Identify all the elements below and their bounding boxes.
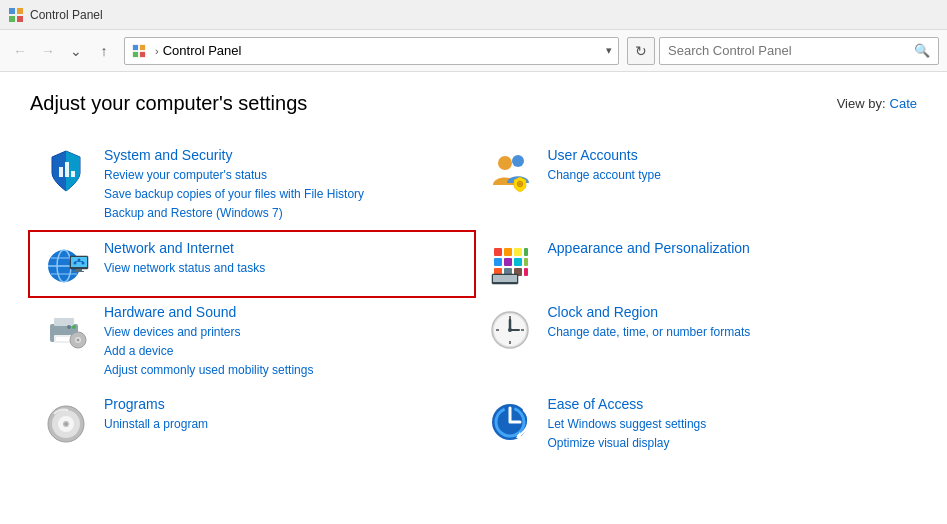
ease-of-access-icon xyxy=(486,396,534,444)
appearance-icon xyxy=(486,240,534,288)
search-input[interactable] xyxy=(668,43,914,58)
ease-of-access-title[interactable]: Ease of Access xyxy=(548,396,906,412)
user-accounts-link-1[interactable]: Change account type xyxy=(548,166,906,185)
svg-point-11 xyxy=(498,156,512,170)
svg-rect-33 xyxy=(494,258,502,266)
svg-rect-5 xyxy=(140,44,145,49)
view-by-value[interactable]: Cate xyxy=(890,96,917,111)
svg-rect-31 xyxy=(514,248,522,256)
svg-rect-44 xyxy=(54,318,74,326)
category-system-security: System and Security Review your computer… xyxy=(30,139,474,232)
system-security-content: System and Security Review your computer… xyxy=(104,147,462,224)
clock-region-title[interactable]: Clock and Region xyxy=(548,304,906,320)
ease-of-access-content: Ease of Access Let Windows suggest setti… xyxy=(548,396,906,453)
svg-rect-7 xyxy=(140,51,145,56)
system-security-link-3[interactable]: Backup and Restore (Windows 7) xyxy=(104,204,462,223)
svg-point-51 xyxy=(77,338,80,341)
svg-rect-10 xyxy=(71,171,75,177)
svg-point-24 xyxy=(74,261,77,264)
svg-point-23 xyxy=(78,258,81,261)
category-appearance: Appearance and Personalization xyxy=(474,232,918,296)
svg-point-65 xyxy=(65,423,68,426)
svg-point-25 xyxy=(82,261,85,264)
address-icon xyxy=(131,43,147,59)
refresh-button[interactable]: ↻ xyxy=(627,37,655,65)
hardware-sound-title[interactable]: Hardware and Sound xyxy=(104,304,462,320)
svg-text:⊛: ⊛ xyxy=(516,179,524,189)
search-bar[interactable]: 🔍 xyxy=(659,37,939,65)
programs-link-1[interactable]: Uninstall a program xyxy=(104,415,462,434)
svg-rect-9 xyxy=(65,162,69,177)
category-network-internet: Network and Internet View network status… xyxy=(28,230,476,298)
search-icon: 🔍 xyxy=(914,43,930,58)
user-accounts-title[interactable]: User Accounts xyxy=(548,147,906,163)
network-internet-link-1[interactable]: View network status and tasks xyxy=(104,259,462,278)
ease-of-access-link-1[interactable]: Let Windows suggest settings xyxy=(548,415,906,434)
forward-button[interactable]: → xyxy=(36,39,60,63)
hardware-sound-icon xyxy=(42,304,90,352)
address-dropdown-arrow[interactable]: ▾ xyxy=(606,44,612,57)
address-path: Control Panel xyxy=(163,43,606,58)
clock-region-link-1[interactable]: Change date, time, or number formats xyxy=(548,323,906,342)
category-ease-of-access: Ease of Access Let Windows suggest setti… xyxy=(474,388,918,461)
svg-rect-0 xyxy=(9,8,15,14)
categories-grid: System and Security Review your computer… xyxy=(30,139,917,462)
back-button[interactable]: ← xyxy=(8,39,32,63)
svg-rect-35 xyxy=(514,258,522,266)
svg-rect-3 xyxy=(17,16,23,22)
category-programs: Programs Uninstall a program xyxy=(30,388,474,461)
svg-rect-6 xyxy=(133,51,138,56)
dropdown-button[interactable]: ⌄ xyxy=(64,39,88,63)
title-bar-title: Control Panel xyxy=(30,8,103,22)
svg-rect-8 xyxy=(59,167,63,177)
svg-rect-2 xyxy=(9,16,15,22)
svg-rect-22 xyxy=(74,271,84,272)
network-internet-title[interactable]: Network and Internet xyxy=(104,240,462,256)
svg-point-48 xyxy=(67,325,71,329)
user-accounts-content: User Accounts Change account type xyxy=(548,147,906,185)
svg-rect-34 xyxy=(504,258,512,266)
svg-rect-1 xyxy=(17,8,23,14)
hardware-sound-link-2[interactable]: Add a device xyxy=(104,342,462,361)
svg-rect-40 xyxy=(524,268,528,276)
main-content: Adjust your computer's settings View by:… xyxy=(0,72,947,524)
view-by-label: View by: xyxy=(837,96,886,111)
user-accounts-icon: ⊛ xyxy=(486,147,534,195)
category-user-accounts: ⊛ User Accounts Change account type xyxy=(474,139,918,232)
hardware-sound-link-3[interactable]: Adjust commonly used mobility settings xyxy=(104,361,462,380)
svg-point-60 xyxy=(508,328,512,332)
svg-rect-21 xyxy=(76,269,82,271)
appearance-title[interactable]: Appearance and Personalization xyxy=(548,240,906,256)
address-chevron: › xyxy=(155,45,159,57)
nav-bar: ← → ⌄ ↑ › Control Panel ▾ ↻ 🔍 xyxy=(0,30,947,72)
svg-rect-42 xyxy=(493,275,517,282)
ease-of-access-link-2[interactable]: Optimize visual display xyxy=(548,434,906,453)
address-bar[interactable]: › Control Panel ▾ xyxy=(124,37,619,65)
title-bar-icon xyxy=(8,7,24,23)
page-title: Adjust your computer's settings xyxy=(30,92,307,115)
svg-rect-36 xyxy=(524,258,528,266)
hardware-sound-link-1[interactable]: View devices and printers xyxy=(104,323,462,342)
clock-region-content: Clock and Region Change date, time, or n… xyxy=(548,304,906,342)
view-by: View by: Cate xyxy=(837,96,917,111)
appearance-content: Appearance and Personalization xyxy=(548,240,906,259)
system-security-link-2[interactable]: Save backup copies of your files with Fi… xyxy=(104,185,462,204)
hardware-sound-content: Hardware and Sound View devices and prin… xyxy=(104,304,462,381)
network-internet-content: Network and Internet View network status… xyxy=(104,240,462,278)
svg-rect-29 xyxy=(494,248,502,256)
system-security-icon xyxy=(42,147,90,195)
svg-point-47 xyxy=(72,325,76,329)
network-internet-icon xyxy=(42,240,90,288)
title-bar: Control Panel xyxy=(0,0,947,30)
svg-point-12 xyxy=(512,155,524,167)
category-hardware-sound: Hardware and Sound View devices and prin… xyxy=(30,296,474,389)
up-button[interactable]: ↑ xyxy=(92,39,116,63)
system-security-link-1[interactable]: Review your computer's status xyxy=(104,166,462,185)
svg-rect-4 xyxy=(133,44,138,49)
category-clock-region: Clock and Region Change date, time, or n… xyxy=(474,296,918,389)
programs-content: Programs Uninstall a program xyxy=(104,396,462,434)
svg-rect-30 xyxy=(504,248,512,256)
programs-title[interactable]: Programs xyxy=(104,396,462,412)
page-header: Adjust your computer's settings View by:… xyxy=(30,92,917,115)
system-security-title[interactable]: System and Security xyxy=(104,147,462,163)
